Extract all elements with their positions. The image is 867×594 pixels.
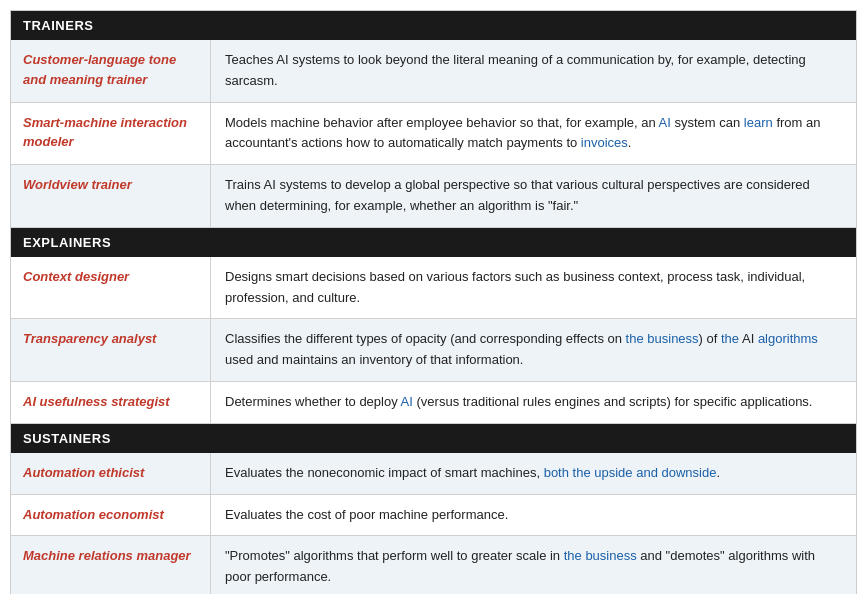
desc-transparency-analyst: Classifies the different types of opacit… — [211, 319, 856, 381]
highlight-invoices: invoices — [581, 135, 628, 150]
highlight-the2: the — [721, 331, 739, 346]
desc-machine-relations-manager: "Promotes" algorithms that perform well … — [211, 536, 856, 594]
title-smart-machine-modeler: Smart-machine interaction modeler — [11, 103, 211, 165]
row-machine-relations-manager: Machine relations manager "Promotes" alg… — [11, 536, 856, 594]
row-automation-ethicist: Automation ethicist Evaluates the noneco… — [11, 453, 856, 495]
desc-automation-economist: Evaluates the cost of poor machine perfo… — [211, 495, 856, 536]
highlight-the-business2: the business — [564, 548, 637, 563]
desc-worldview-trainer: Trains AI systems to develop a global pe… — [211, 165, 856, 227]
highlight-ai2: AI — [401, 394, 413, 409]
row-worldview-trainer: Worldview trainer Trains AI systems to d… — [11, 165, 856, 228]
desc-customer-language-trainer: Teaches AI systems to look beyond the li… — [211, 40, 856, 102]
title-ai-usefulness-strategist: AI usefulness strategist — [11, 382, 211, 423]
desc-smart-machine-modeler: Models machine behavior after employee b… — [211, 103, 856, 165]
row-automation-economist: Automation economist Evaluates the cost … — [11, 495, 856, 537]
highlight-learn: learn — [744, 115, 773, 130]
highlight-the-business: the business — [626, 331, 699, 346]
row-customer-language-trainer: Customer-language tone and meaning train… — [11, 40, 856, 103]
highlight-algorithms: algorithms — [758, 331, 818, 346]
main-table: TRAINERS Customer-language tone and mean… — [10, 10, 857, 594]
row-transparency-analyst: Transparency analyst Classifies the diff… — [11, 319, 856, 382]
highlight-both: both the upside and downside — [544, 465, 717, 480]
highlight-ai: AI — [659, 115, 671, 130]
title-worldview-trainer: Worldview trainer — [11, 165, 211, 227]
row-smart-machine-modeler: Smart-machine interaction modeler Models… — [11, 103, 856, 166]
section-header-sustainers: SUSTAINERS — [11, 424, 856, 453]
title-context-designer: Context designer — [11, 257, 211, 319]
title-machine-relations-manager: Machine relations manager — [11, 536, 211, 594]
section-header-trainers: TRAINERS — [11, 11, 856, 40]
title-transparency-analyst: Transparency analyst — [11, 319, 211, 381]
desc-context-designer: Designs smart decisions based on various… — [211, 257, 856, 319]
desc-ai-usefulness-strategist: Determines whether to deploy AI (versus … — [211, 382, 856, 423]
title-automation-economist: Automation economist — [11, 495, 211, 536]
row-ai-usefulness-strategist: AI usefulness strategist Determines whet… — [11, 382, 856, 424]
title-automation-ethicist: Automation ethicist — [11, 453, 211, 494]
desc-automation-ethicist: Evaluates the noneconomic impact of smar… — [211, 453, 856, 494]
section-header-explainers: EXPLAINERS — [11, 228, 856, 257]
row-context-designer: Context designer Designs smart decisions… — [11, 257, 856, 320]
title-customer-language-trainer: Customer-language tone and meaning train… — [11, 40, 211, 102]
